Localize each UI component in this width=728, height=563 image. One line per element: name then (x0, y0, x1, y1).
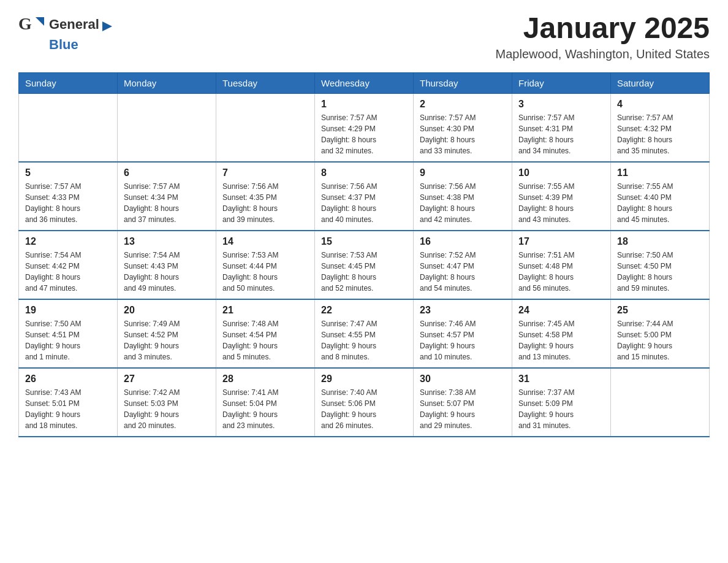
logo-general-text: General (49, 17, 99, 32)
day-info: Sunrise: 7:57 AMSunset: 4:33 PMDaylight:… (25, 181, 111, 225)
calendar-cell: 20Sunrise: 7:49 AMSunset: 4:52 PMDayligh… (118, 299, 216, 368)
day-info: Sunrise: 7:47 AMSunset: 4:55 PMDaylight:… (321, 318, 407, 362)
calendar-cell: 16Sunrise: 7:52 AMSunset: 4:47 PMDayligh… (414, 231, 512, 299)
day-number: 19 (25, 305, 111, 316)
day-number: 31 (518, 373, 604, 385)
calendar-cell: 17Sunrise: 7:51 AMSunset: 4:48 PMDayligh… (512, 231, 611, 299)
day-info: Sunrise: 7:57 AMSunset: 4:29 PMDaylight:… (321, 112, 407, 156)
day-info: Sunrise: 7:45 AMSunset: 4:58 PMDaylight:… (518, 318, 604, 362)
calendar-week-5: 26Sunrise: 7:43 AMSunset: 5:01 PMDayligh… (19, 368, 710, 437)
calendar-body: 1Sunrise: 7:57 AMSunset: 4:29 PMDaylight… (19, 93, 710, 437)
col-monday: Monday (118, 72, 216, 93)
day-info: Sunrise: 7:53 AMSunset: 4:44 PMDaylight:… (222, 250, 308, 294)
day-number: 3 (518, 99, 604, 110)
page-header: G General Blue January 2025 Maplewood, W… (18, 12, 710, 61)
day-info: Sunrise: 7:44 AMSunset: 5:00 PMDaylight:… (617, 318, 703, 362)
day-number: 5 (25, 167, 111, 178)
day-info: Sunrise: 7:57 AMSunset: 4:32 PMDaylight:… (617, 112, 703, 156)
day-number: 21 (222, 305, 308, 316)
calendar-cell (216, 93, 315, 162)
day-number: 22 (321, 305, 407, 316)
day-number: 13 (124, 236, 210, 247)
day-number: 9 (420, 167, 506, 178)
logo-blue-text: Blue (49, 37, 78, 52)
day-info: Sunrise: 7:37 AMSunset: 5:09 PMDaylight:… (518, 387, 604, 431)
day-number: 23 (420, 305, 506, 316)
calendar-cell: 13Sunrise: 7:54 AMSunset: 4:43 PMDayligh… (118, 231, 216, 299)
day-info: Sunrise: 7:51 AMSunset: 4:48 PMDaylight:… (518, 250, 604, 294)
day-number: 10 (518, 167, 604, 178)
calendar-cell: 1Sunrise: 7:57 AMSunset: 4:29 PMDaylight… (315, 93, 414, 162)
day-number: 24 (518, 305, 604, 316)
svg-marker-2 (102, 21, 112, 31)
day-info: Sunrise: 7:55 AMSunset: 4:39 PMDaylight:… (518, 181, 604, 225)
calendar-cell: 3Sunrise: 7:57 AMSunset: 4:31 PMDaylight… (512, 93, 611, 162)
calendar-week-4: 19Sunrise: 7:50 AMSunset: 4:51 PMDayligh… (19, 299, 710, 368)
day-number: 12 (25, 236, 111, 247)
day-info: Sunrise: 7:50 AMSunset: 4:50 PMDaylight:… (617, 250, 703, 294)
calendar-cell: 30Sunrise: 7:38 AMSunset: 5:07 PMDayligh… (414, 368, 512, 437)
calendar-week-2: 5Sunrise: 7:57 AMSunset: 4:33 PMDaylight… (19, 162, 710, 231)
day-number: 2 (420, 99, 506, 110)
calendar-cell: 25Sunrise: 7:44 AMSunset: 5:00 PMDayligh… (611, 299, 710, 368)
location-title: Maplewood, Washington, United States (496, 47, 710, 61)
day-number: 16 (420, 236, 506, 247)
calendar-cell: 18Sunrise: 7:50 AMSunset: 4:50 PMDayligh… (611, 231, 710, 299)
calendar-cell (118, 93, 216, 162)
calendar-cell: 29Sunrise: 7:40 AMSunset: 5:06 PMDayligh… (315, 368, 414, 437)
calendar-table: Sunday Monday Tuesday Wednesday Thursday… (18, 72, 710, 437)
col-saturday: Saturday (611, 72, 710, 93)
day-info: Sunrise: 7:43 AMSunset: 5:01 PMDaylight:… (25, 387, 111, 431)
calendar-cell: 4Sunrise: 7:57 AMSunset: 4:32 PMDaylight… (611, 93, 710, 162)
calendar-cell: 6Sunrise: 7:57 AMSunset: 4:34 PMDaylight… (118, 162, 216, 231)
calendar-cell: 7Sunrise: 7:56 AMSunset: 4:35 PMDaylight… (216, 162, 315, 231)
day-info: Sunrise: 7:54 AMSunset: 4:43 PMDaylight:… (124, 250, 210, 294)
header-row: Sunday Monday Tuesday Wednesday Thursday… (19, 72, 710, 93)
col-sunday: Sunday (19, 72, 118, 93)
day-number: 15 (321, 236, 407, 247)
day-info: Sunrise: 7:42 AMSunset: 5:03 PMDaylight:… (124, 387, 210, 431)
day-info: Sunrise: 7:57 AMSunset: 4:30 PMDaylight:… (420, 112, 506, 156)
calendar-cell: 15Sunrise: 7:53 AMSunset: 4:45 PMDayligh… (315, 231, 414, 299)
day-info: Sunrise: 7:57 AMSunset: 4:31 PMDaylight:… (518, 112, 604, 156)
day-number: 17 (518, 236, 604, 247)
calendar-cell: 2Sunrise: 7:57 AMSunset: 4:30 PMDaylight… (414, 93, 512, 162)
calendar-cell: 10Sunrise: 7:55 AMSunset: 4:39 PMDayligh… (512, 162, 611, 231)
day-number: 29 (321, 373, 407, 385)
day-number: 18 (617, 236, 703, 247)
calendar-cell: 19Sunrise: 7:50 AMSunset: 4:51 PMDayligh… (19, 299, 118, 368)
day-info: Sunrise: 7:41 AMSunset: 5:04 PMDaylight:… (222, 387, 308, 431)
day-number: 26 (25, 373, 111, 385)
calendar-week-1: 1Sunrise: 7:57 AMSunset: 4:29 PMDaylight… (19, 93, 710, 162)
day-number: 25 (617, 305, 703, 316)
day-info: Sunrise: 7:50 AMSunset: 4:51 PMDaylight:… (25, 318, 111, 362)
calendar-cell: 24Sunrise: 7:45 AMSunset: 4:58 PMDayligh… (512, 299, 611, 368)
day-info: Sunrise: 7:55 AMSunset: 4:40 PMDaylight:… (617, 181, 703, 225)
day-info: Sunrise: 7:38 AMSunset: 5:07 PMDaylight:… (420, 387, 506, 431)
day-number: 14 (222, 236, 308, 247)
day-number: 8 (321, 167, 407, 178)
day-number: 7 (222, 167, 308, 178)
day-info: Sunrise: 7:52 AMSunset: 4:47 PMDaylight:… (420, 250, 506, 294)
logo-icon: G (18, 12, 49, 37)
month-title: January 2025 (496, 12, 710, 45)
day-info: Sunrise: 7:49 AMSunset: 4:52 PMDaylight:… (124, 318, 210, 362)
calendar-cell: 12Sunrise: 7:54 AMSunset: 4:42 PMDayligh… (19, 231, 118, 299)
calendar-cell: 9Sunrise: 7:56 AMSunset: 4:38 PMDaylight… (414, 162, 512, 231)
col-tuesday: Tuesday (216, 72, 315, 93)
calendar-cell: 23Sunrise: 7:46 AMSunset: 4:57 PMDayligh… (414, 299, 512, 368)
day-number: 11 (617, 167, 703, 178)
calendar-cell: 8Sunrise: 7:56 AMSunset: 4:37 PMDaylight… (315, 162, 414, 231)
calendar-cell: 5Sunrise: 7:57 AMSunset: 4:33 PMDaylight… (19, 162, 118, 231)
svg-text:G: G (18, 14, 32, 33)
calendar-cell: 28Sunrise: 7:41 AMSunset: 5:04 PMDayligh… (216, 368, 315, 437)
day-number: 28 (222, 373, 308, 385)
calendar-cell: 14Sunrise: 7:53 AMSunset: 4:44 PMDayligh… (216, 231, 315, 299)
logo-arrow-icon (102, 21, 112, 31)
calendar-cell: 31Sunrise: 7:37 AMSunset: 5:09 PMDayligh… (512, 368, 611, 437)
day-number: 4 (617, 99, 703, 110)
day-number: 27 (124, 373, 210, 385)
day-number: 6 (124, 167, 210, 178)
day-info: Sunrise: 7:56 AMSunset: 4:37 PMDaylight:… (321, 181, 407, 225)
col-wednesday: Wednesday (315, 72, 414, 93)
